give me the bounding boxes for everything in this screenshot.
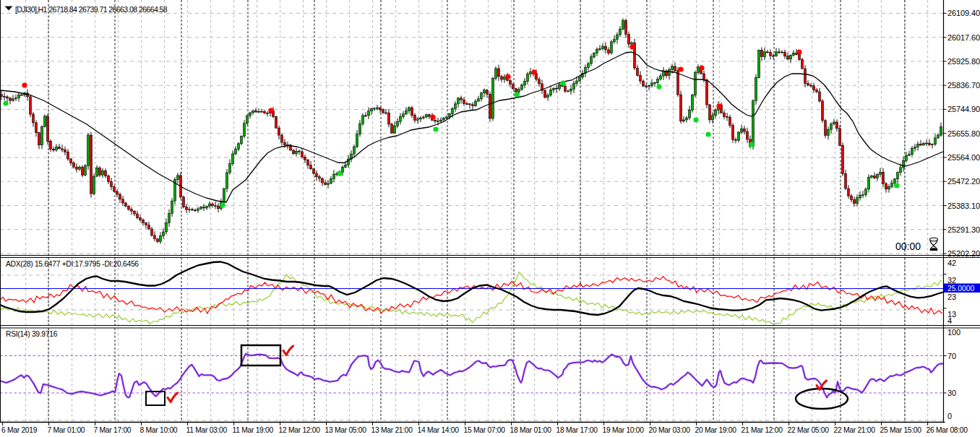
- svg-text:25925.80: 25925.80: [947, 57, 980, 66]
- svg-text:RSI(14) 39.9716: RSI(14) 39.9716: [6, 330, 58, 338]
- svg-text:25472.20: 25472.20: [947, 177, 980, 186]
- svg-text:4: 4: [947, 316, 952, 325]
- svg-text:0: 0: [947, 412, 952, 420]
- svg-text:22 Mar 05:00: 22 Mar 05:00: [788, 426, 830, 434]
- svg-text:12 Mar 12:00: 12 Mar 12:00: [279, 426, 321, 434]
- svg-text:13 Mar 05:00: 13 Mar 05:00: [325, 426, 367, 434]
- svg-text:100: 100: [947, 328, 960, 337]
- svg-text:30: 30: [947, 389, 956, 397]
- svg-text:70: 70: [947, 352, 956, 360]
- svg-text:20 Mar 19:00: 20 Mar 19:00: [695, 426, 737, 434]
- svg-text:11 Mar 03:00: 11 Mar 03:00: [186, 426, 228, 434]
- svg-text:19 Mar 10:00: 19 Mar 10:00: [603, 426, 645, 434]
- svg-text:25202.20: 25202.20: [947, 249, 980, 258]
- svg-text:23: 23: [947, 293, 956, 301]
- svg-text:25655.80: 25655.80: [947, 129, 980, 138]
- svg-text:32: 32: [947, 276, 956, 285]
- svg-text:13 Mar 21:00: 13 Mar 21:00: [371, 426, 413, 434]
- svg-text:15 Mar 07:00: 15 Mar 07:00: [464, 426, 506, 434]
- svg-text:26017.60: 26017.60: [947, 33, 980, 42]
- svg-text:25564.00: 25564.00: [947, 153, 980, 162]
- svg-text:26 Mar 08:00: 26 Mar 08:00: [927, 426, 968, 434]
- svg-text:6 Mar 2019: 6 Mar 2019: [1, 426, 38, 434]
- svg-text:14 Mar 14:00: 14 Mar 14:00: [418, 426, 460, 434]
- svg-text:20 Mar 03:00: 20 Mar 03:00: [649, 426, 691, 434]
- svg-text:8 Mar 10:00: 8 Mar 10:00: [140, 426, 178, 434]
- svg-text:25836.70: 25836.70: [947, 81, 980, 90]
- svg-text:25.0000: 25.0000: [947, 285, 974, 293]
- svg-text:18 Mar 17:00: 18 Mar 17:00: [556, 426, 598, 434]
- svg-text:7 Mar 17:00: 7 Mar 17:00: [94, 426, 132, 434]
- svg-text:11 Mar 19:00: 11 Mar 19:00: [233, 426, 274, 434]
- svg-text:42: 42: [947, 259, 956, 267]
- svg-text:00:00: 00:00: [895, 241, 921, 252]
- svg-text:25 Mar 15:00: 25 Mar 15:00: [880, 426, 922, 434]
- svg-text:[DJI30],H1 26718.84 26739.71 2: [DJI30],H1 26718.84 26739.71 26663.08 26…: [15, 5, 168, 14]
- svg-text:21 Mar 12:00: 21 Mar 12:00: [742, 426, 783, 434]
- svg-text:22 Mar 21:00: 22 Mar 21:00: [834, 426, 876, 434]
- svg-text:7 Mar 01:00: 7 Mar 01:00: [48, 426, 85, 434]
- svg-text:18 Mar 01:00: 18 Mar 01:00: [510, 426, 552, 434]
- svg-text:25383.10: 25383.10: [947, 202, 980, 210]
- svg-text:25291.30: 25291.30: [947, 225, 980, 234]
- svg-text:ADX(28) 15.6477 +DI:17.9795 -D: ADX(28) 15.6477 +DI:17.9795 -DI:20.6456: [6, 260, 139, 268]
- svg-text:26109.40: 26109.40: [947, 9, 980, 17]
- svg-text:25744.90: 25744.90: [947, 105, 980, 113]
